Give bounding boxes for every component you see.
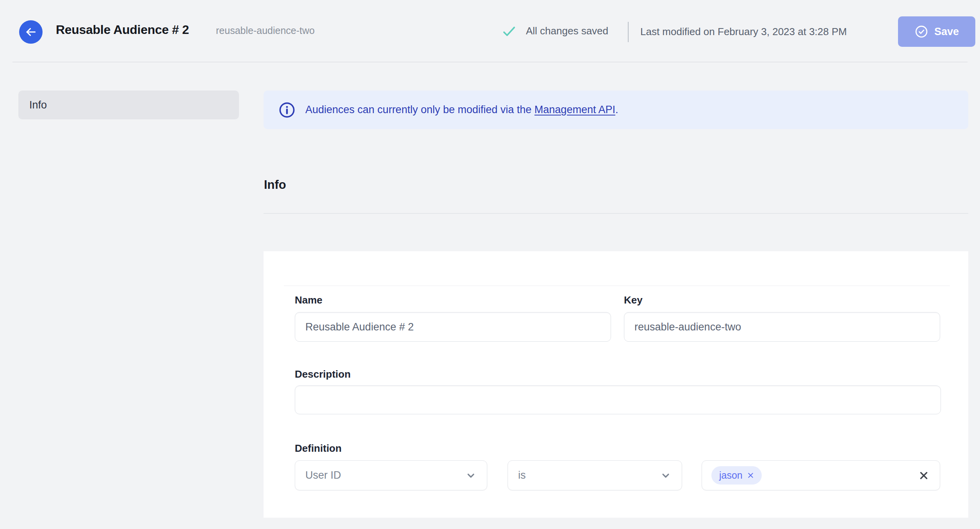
info-form-card: Name Key Description Definition User ID … — [264, 251, 968, 518]
value-chip-label: jason — [719, 470, 743, 481]
management-api-link[interactable]: Management API — [535, 104, 615, 115]
header-divider — [628, 22, 629, 42]
banner-text: Audiences can currently only be modified… — [305, 104, 618, 116]
definition-operator-select[interactable]: is — [508, 460, 682, 490]
save-status-text: All changes saved — [526, 25, 608, 37]
trait-select-value: User ID — [305, 469, 341, 481]
value-chip: jason — [711, 466, 762, 485]
name-input[interactable] — [295, 312, 611, 342]
page-title: Reusable Audience # 2 — [56, 23, 189, 37]
section-heading: Info — [264, 178, 286, 192]
save-button-label: Save — [934, 26, 959, 38]
clear-values-button[interactable] — [917, 469, 930, 482]
section-divider — [264, 213, 968, 214]
definition-field-label: Definition — [295, 442, 342, 454]
last-modified-text: Last modified on February 3, 2023 at 3:2… — [640, 26, 847, 38]
chip-remove-icon[interactable] — [747, 471, 755, 479]
description-input[interactable] — [295, 385, 941, 414]
sidebar-item-label: Info — [29, 99, 47, 111]
arrow-left-icon — [25, 26, 37, 38]
audience-editor-screen: Reusable Audience # 2 reusable-audience-… — [0, 0, 980, 529]
back-button[interactable] — [19, 20, 43, 44]
info-banner: Audiences can currently only be modified… — [264, 91, 968, 129]
header: Reusable Audience # 2 reusable-audience-… — [0, 0, 980, 62]
definition-values-input[interactable]: jason — [702, 460, 940, 490]
sidebar-item-info[interactable]: Info — [18, 91, 239, 119]
description-field-label: Description — [295, 368, 351, 380]
check-icon — [501, 23, 517, 39]
name-field-label: Name — [295, 294, 323, 306]
chevron-down-icon — [660, 470, 672, 481]
close-icon — [918, 470, 930, 481]
header-bottom-border — [12, 62, 968, 62]
save-status: All changes saved — [501, 0, 608, 62]
definition-trait-select[interactable]: User ID — [295, 460, 487, 490]
key-input[interactable] — [624, 312, 940, 342]
banner-text-after: . — [615, 104, 618, 115]
card-inner-divider — [284, 286, 950, 286]
check-circle-icon — [914, 25, 928, 39]
key-field-label: Key — [624, 294, 643, 306]
page-slug: reusable-audience-two — [216, 25, 315, 36]
chevron-down-icon — [465, 470, 477, 481]
banner-text-before: Audiences can currently only be modified… — [305, 104, 535, 115]
operator-select-value: is — [518, 469, 526, 481]
info-circle-icon — [278, 101, 296, 119]
save-button[interactable]: Save — [898, 16, 975, 47]
